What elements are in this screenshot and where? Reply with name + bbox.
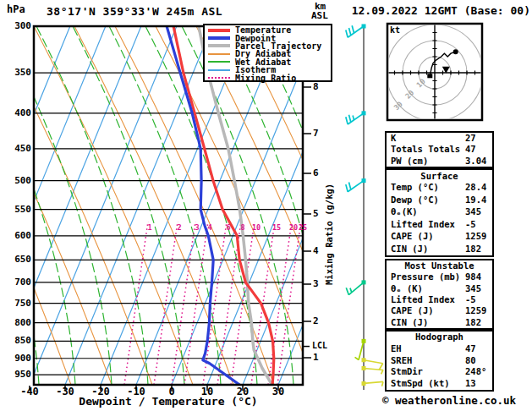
panel-row: CIN (J)182 [387,244,492,255]
panel-row-value: 27 [465,133,476,143]
panel-row: StmSpd (kt)13 [387,378,492,390]
panel-row: PW (cm)3.04 [387,156,492,167]
panel-row: Dewp (°C)19.4 [387,195,492,206]
panel-title: Surface [387,170,492,182]
km-tick-label: 2 [313,315,332,326]
mixing-ratio-axis-title: Mixing Ratio (g/kg) [324,184,334,285]
legend-swatch [208,36,230,40]
wind-barb [355,339,366,360]
panel-row-value: -5 [465,219,476,229]
wind-barb [346,111,366,124]
panel-row: Totals Totals47 [387,144,492,155]
panel-row-value: 1259 [465,231,486,241]
hodograph-end-marker [453,49,458,54]
panel-title: Most Unstable [387,260,492,271]
mixing-ratio-value-label: 6 [221,223,236,232]
legend-swatch [208,53,230,55]
panel-row-value: 28.4 [465,182,486,192]
panel-row-label: θₑ(K) [391,206,418,216]
km-tick-label: 6 [313,167,332,178]
panel-row: SREH80 [387,355,492,367]
panel-row-label: EH [391,343,402,353]
hodograph-inset: 102030 [387,24,483,121]
panel-row-label: CIN (J) [391,244,428,254]
panel-row: CIN (J)182 [387,317,492,328]
panel-row: θₑ (K)345 [387,283,492,294]
panel-row-label: θₑ (K) [391,283,423,293]
wind-barb [346,25,366,38]
mixing-ratio-value-label: 25 [295,223,310,232]
legend-item-label: Isotherm [235,66,276,74]
wind-barbs [346,25,383,386]
panel-row: Temp (°C)28.4 [387,182,492,194]
panel-row-label: StmSpd (kt) [391,378,450,388]
km-tick-label: 8 [313,81,332,92]
pressure-tick-label: 850 [4,335,31,346]
pressure-tick-label: 650 [4,254,31,265]
panel-row-label: StmDir [391,366,423,376]
legend-swatch [208,44,230,47]
pressure-tick-label: 900 [4,353,31,364]
skewt-sounding-screenshot: 102030 hPa 38°17'N 359°33'W 245m ASL km … [0,0,532,411]
panel-row-value: 47 [465,343,476,353]
panel-row: StmDir248° [387,366,492,378]
wind-barb [346,178,366,192]
panel-row-label: PW (cm) [391,156,428,166]
wind-barb [362,381,383,386]
pressure-tick-label: 800 [4,317,31,328]
pressure-tick-label: 600 [4,230,31,241]
panel-row-value: 182 [465,244,481,254]
copyright-footer: © weatheronline.co.uk [382,394,516,407]
panel-row-value: 80 [465,355,476,365]
panel-title: Hodograph [387,332,492,343]
panel-row-label: K [391,133,396,143]
panel-row-value: 19.4 [465,195,486,205]
panel-row-label: CIN (J) [391,317,428,327]
legend-swatch [208,77,230,79]
panel-row-value: 984 [465,271,481,282]
panel-row-value: -5 [465,294,476,304]
hodograph-start-marker [427,74,432,78]
stats-panel: SurfaceTemp (°C)28.4Dewp (°C)19.4θₑ(K)34… [385,168,494,257]
panel-row-label: CAPE (J) [391,231,434,241]
panel-row-label: SREH [391,355,412,365]
panel-row-value: 248° [465,366,486,376]
panel-row-label: Lifted Index [391,294,455,304]
legend-box: TemperatureDewpointParcel TrajectoryDry … [203,24,332,82]
pressure-tick-label: 950 [4,369,31,380]
pressure-tick-label: 300 [4,20,31,31]
panel-row-value: 182 [465,317,481,327]
mixing-ratio-value-label: 4 [202,223,217,232]
legend-item-label: Temperature [235,26,291,34]
km-axis-ticks [304,87,311,358]
panel-row-label: Pressure (mb) [391,271,460,282]
hodograph-unit-label: kt [390,25,400,35]
panel-row-label: Temp (°C) [391,182,439,192]
pressure-axis-unit: hPa [7,3,25,15]
panel-row-value: 1259 [465,305,486,315]
legend-swatch [208,69,230,71]
panel-row-value: 3.04 [465,156,486,166]
pressure-tick-label: 400 [4,107,31,118]
panel-row: θₑ(K)345 [387,206,492,218]
panel-row: Pressure (mb)984 [387,271,492,282]
stats-panel: K27Totals Totals47PW (cm)3.04 [385,131,494,168]
panel-row-label: CAPE (J) [391,305,434,315]
panel-row-label: Dewp (°C) [391,195,439,205]
pressure-tick-label: 500 [4,175,31,186]
panel-row-value: 345 [465,206,481,216]
pressure-tick-label: 750 [4,298,31,309]
legend-item-label: Dry Adiabat [235,50,291,58]
km-tick-label: 1 [313,352,332,363]
legend-swatch [208,29,230,32]
panel-row: Lifted Index-5 [387,219,492,231]
legend-item: Temperature [206,26,331,34]
panel-row-value: 13 [465,378,476,388]
legend-swatch [208,61,230,63]
km-tick-label: 7 [313,128,332,139]
legend-item: Mixing Ratio [206,74,331,81]
mixing-ratio-value-label: 10 [249,223,264,232]
legend-item: Isotherm [206,66,331,74]
datetime-title: 12.09.2022 12GMT (Base: 00) [352,4,530,17]
panel-row: CAPE (J)1259 [387,231,492,243]
